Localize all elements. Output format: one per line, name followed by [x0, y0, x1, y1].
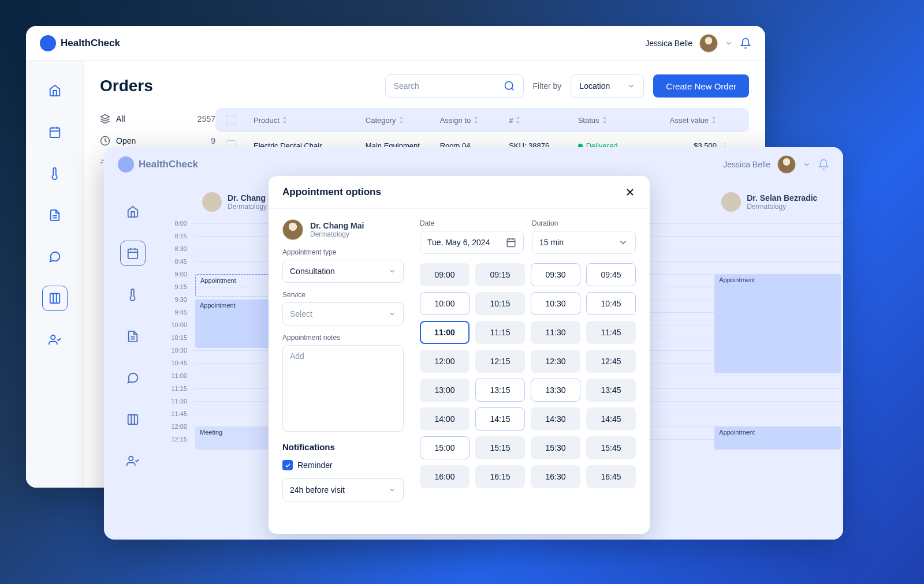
time-slot[interactable]: 15:45 [586, 436, 636, 459]
time-slot[interactable]: 13:15 [475, 379, 525, 402]
time-label: 12:15 [162, 436, 191, 443]
reminder-option[interactable]: Reminder [282, 460, 404, 470]
create-order-button[interactable]: Create New Order [653, 74, 749, 98]
logo[interactable]: HealthCheck [118, 156, 198, 173]
select-all-checkbox[interactable] [226, 115, 236, 125]
time-slot[interactable]: 15:30 [531, 436, 580, 459]
sidebar-users[interactable] [42, 327, 68, 353]
reminder-checkbox[interactable] [282, 460, 293, 470]
svg-rect-6 [50, 294, 59, 304]
time-slot[interactable]: 14:00 [420, 407, 470, 430]
chevron-down-icon[interactable] [803, 160, 811, 169]
time-slot[interactable]: 10:15 [475, 292, 525, 315]
time-slot[interactable]: 09:30 [531, 263, 580, 286]
time-slot[interactable]: 09:15 [475, 263, 525, 286]
time-slot[interactable]: 10:30 [531, 292, 580, 315]
doctor-avatar [721, 192, 741, 212]
modal-header: Appointment options [269, 176, 650, 209]
time-label: 10:30 [162, 347, 191, 354]
time-slot[interactable]: 13:00 [420, 379, 470, 402]
time-label: 9:45 [162, 309, 191, 316]
time-slot[interactable]: 13:45 [586, 379, 636, 402]
col-status[interactable]: Status [578, 116, 643, 125]
col-sku[interactable]: # [509, 116, 573, 125]
chevron-down-icon [618, 237, 628, 248]
sidebar-temperature[interactable] [120, 282, 146, 308]
col-value[interactable]: Asset value [647, 116, 717, 125]
brand-name: HealthCheck [139, 159, 198, 170]
sidebar-home[interactable] [120, 199, 146, 224]
time-slot[interactable]: 14:30 [531, 407, 580, 430]
chevron-down-icon[interactable] [725, 39, 733, 47]
time-label: 11:45 [162, 410, 191, 417]
table-head: Product Category Assign to # Status Asse… [215, 108, 749, 132]
service-select[interactable]: Select [282, 302, 404, 325]
time-slot[interactable]: 11:00 [420, 321, 470, 344]
duration-select[interactable]: 15 min [532, 231, 636, 254]
sidebar-users[interactable] [120, 448, 146, 474]
close-icon[interactable] [624, 186, 636, 198]
avatar[interactable] [777, 155, 796, 174]
sidebar-calendar[interactable] [120, 241, 146, 266]
sidebar-chat[interactable] [42, 244, 68, 269]
reminder-time-select[interactable]: 24h before visit [282, 478, 404, 501]
user-area: Jessica Belle [645, 34, 751, 53]
sidebar [26, 61, 84, 488]
time-slot[interactable]: 09:00 [420, 263, 470, 286]
bell-icon[interactable] [740, 38, 751, 49]
sidebar-temperature[interactable] [42, 161, 68, 186]
duration-label: Duration [532, 219, 636, 227]
date-input[interactable]: Tue, May 6, 2024 [420, 231, 524, 254]
status-filter-all[interactable]: All 2557 [100, 108, 215, 130]
time-slot[interactable]: 12:45 [586, 350, 636, 373]
doctor-column[interactable]: Dr. Selan BezradicDermatology [713, 188, 843, 216]
sidebar-board[interactable] [42, 286, 68, 311]
notes-textarea[interactable]: Add [282, 345, 404, 432]
time-slot[interactable]: 13:30 [531, 379, 580, 402]
time-slot[interactable]: 16:15 [475, 465, 525, 488]
col-assign[interactable]: Assign to [440, 116, 505, 125]
service-label: Service [282, 291, 404, 299]
filter-select[interactable]: Location [571, 74, 644, 98]
notes-label: Appointment notes [282, 334, 404, 342]
time-slot[interactable]: 15:15 [475, 436, 525, 459]
avatar[interactable] [699, 34, 718, 53]
time-slot[interactable]: 12:15 [475, 350, 525, 373]
sidebar-board[interactable] [120, 407, 146, 432]
time-slot[interactable]: 16:00 [420, 465, 470, 488]
time-label: 8:45 [162, 258, 191, 265]
col-category[interactable]: Category [366, 116, 435, 125]
time-slot[interactable]: 10:00 [420, 292, 470, 315]
search-icon [504, 80, 515, 92]
time-slot[interactable]: 14:45 [586, 407, 636, 430]
logo[interactable]: HealthCheck [40, 35, 120, 51]
svg-rect-32 [507, 239, 515, 247]
doctor-info: Dr. Chang Mai Dermatology [282, 219, 404, 240]
doctor-avatar [202, 192, 222, 212]
time-slot[interactable]: 10:45 [586, 292, 636, 315]
time-slot[interactable]: 09:45 [586, 263, 636, 286]
time-slot[interactable]: 15:00 [420, 436, 470, 459]
appointment-block[interactable]: Appointment [714, 426, 841, 450]
time-slot[interactable]: 16:45 [586, 465, 636, 488]
time-slot[interactable]: 11:15 [475, 321, 525, 344]
time-slot[interactable]: 11:30 [531, 321, 580, 344]
sidebar-document[interactable] [42, 203, 68, 228]
sidebar-home[interactable] [42, 78, 68, 103]
type-select[interactable]: Consultation [282, 260, 404, 283]
time-slot[interactable]: 16:30 [531, 465, 580, 488]
search-input[interactable]: Search [385, 74, 524, 98]
col-product[interactable]: Product [254, 116, 361, 125]
time-slot[interactable]: 11:45 [586, 321, 636, 344]
bell-icon[interactable] [818, 159, 829, 170]
sidebar-chat[interactable] [120, 365, 146, 391]
appointment-block[interactable]: Appointment [714, 274, 841, 373]
time-slot[interactable]: 12:30 [531, 350, 580, 373]
svg-line-16 [102, 160, 103, 161]
sidebar-calendar[interactable] [42, 119, 68, 145]
svg-rect-0 [50, 128, 59, 138]
time-slot[interactable]: 14:15 [475, 407, 525, 430]
time-label: 8:30 [162, 245, 191, 252]
sidebar-document[interactable] [120, 324, 146, 349]
time-slot[interactable]: 12:00 [420, 350, 470, 373]
